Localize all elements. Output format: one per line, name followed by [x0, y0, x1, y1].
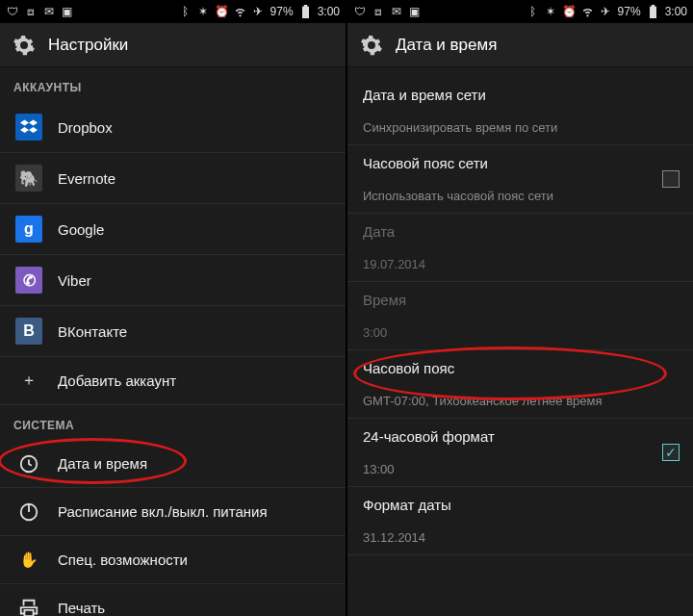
account-vk[interactable]: B ВКонтакте: [0, 306, 346, 357]
battery-icon: [647, 6, 659, 18]
item-24h[interactable]: 24-часовой формат 13:00: [347, 419, 693, 487]
battery-percent: 97%: [618, 5, 641, 18]
item-primary: Формат даты: [363, 497, 451, 513]
account-viber[interactable]: ✆ Viber: [0, 255, 346, 306]
page-title: Дата и время: [396, 36, 497, 55]
status-bar: 🛡 ⧈ ✉ ▣ ᛒ ✶ ⏰ ✈ 97% 3:00: [347, 0, 693, 23]
account-label: Dropbox: [58, 119, 113, 136]
wifi-icon: [234, 6, 246, 18]
shield-icon: 🛡: [6, 6, 18, 18]
page-title: Настройки: [48, 36, 128, 55]
camera-icon: ▣: [408, 6, 421, 18]
item-date: Дата 19.07.2014: [347, 214, 693, 282]
item-secondary: Использовать часовой пояс сети: [363, 189, 553, 203]
checkbox-auto-tz[interactable]: [662, 170, 680, 188]
dropbox-icon: [15, 114, 42, 141]
settings-list[interactable]: АККАУНТЫ Dropbox 🐘 Evernote g Google ✆ V…: [0, 67, 346, 616]
airplane-icon: ✈: [252, 6, 265, 18]
account-label: Evernote: [58, 170, 116, 187]
camera-icon: ▣: [61, 6, 73, 18]
add-account-label: Добавить аккаунт: [58, 372, 176, 389]
alarm-icon: ⏰: [563, 6, 576, 18]
wifi-icon: [581, 6, 594, 18]
item-primary: Часовой пояс: [363, 360, 454, 376]
battery-icon: [299, 6, 312, 18]
schedule-label: Расписание вкл./выкл. питания: [58, 503, 268, 520]
item-secondary: 31.12.2014: [363, 530, 425, 545]
gear-icon: [359, 33, 384, 58]
printer-icon: [15, 598, 42, 617]
section-accounts: АККАУНТЫ: [0, 67, 346, 102]
account-evernote[interactable]: 🐘 Evernote: [0, 153, 346, 204]
gear-icon: [12, 33, 37, 58]
system-schedule[interactable]: Расписание вкл./выкл. питания: [0, 488, 346, 536]
dropbox-icon: ⧈: [372, 6, 384, 18]
account-label: Google: [58, 221, 104, 238]
vibrate-icon: ✶: [197, 6, 210, 18]
system-accessibility[interactable]: ✋ Спец. возможности: [0, 536, 346, 584]
evernote-icon: 🐘: [15, 165, 42, 192]
power-icon: [15, 501, 42, 523]
accessibility-label: Спец. возможности: [58, 552, 188, 568]
item-auto-date[interactable]: Дата и время сети Синхронизировать время…: [347, 77, 693, 145]
airplane-icon: ✈: [600, 6, 612, 18]
item-secondary: 13:00: [363, 462, 395, 476]
left-screen: 🛡 ⧈ ✉ ▣ ᛒ ✶ ⏰ ✈ 97% 3:00: [0, 0, 346, 616]
account-label: Viber: [58, 272, 91, 289]
item-time: Время 3:00: [347, 282, 693, 350]
item-secondary: 19.07.2014: [363, 257, 425, 271]
clock: 3:00: [318, 5, 340, 18]
add-account[interactable]: ＋ Добавить аккаунт: [0, 357, 346, 405]
dropbox-icon: ⧈: [24, 6, 37, 18]
item-secondary: 3:00: [363, 325, 387, 340]
item-primary: 24-часовой формат: [363, 428, 495, 445]
alarm-icon: ⏰: [216, 6, 228, 18]
item-date-format[interactable]: Формат даты 31.12.2014: [347, 487, 693, 555]
right-screen: 🛡 ⧈ ✉ ▣ ᛒ ✶ ⏰ ✈ 97% 3:00: [347, 0, 693, 616]
item-timezone[interactable]: Часовой пояс GMT-07:00, Тихоокеанское ле…: [347, 350, 693, 419]
checkbox-24h[interactable]: [662, 444, 680, 461]
datetime-label: Дата и время: [58, 455, 147, 472]
plus-icon: ＋: [15, 371, 42, 391]
item-secondary: GMT-07:00, Тихоокеанское летнее время: [363, 394, 603, 408]
vk-icon: B: [15, 318, 42, 345]
item-primary: Часовой пояс сети: [363, 155, 488, 171]
title-bar: Настройки: [0, 23, 346, 67]
hand-icon: ✋: [15, 551, 42, 569]
print-label: Печать: [58, 600, 105, 616]
shield-icon: 🛡: [353, 6, 366, 18]
system-print[interactable]: Печать: [0, 584, 346, 616]
mail-icon: ✉: [390, 6, 402, 18]
bluetooth-icon: ᛒ: [526, 6, 539, 18]
clock-icon: [15, 453, 42, 475]
system-datetime[interactable]: Дата и время: [0, 440, 346, 488]
bluetooth-icon: ᛒ: [179, 6, 192, 18]
battery-percent: 97%: [270, 5, 294, 18]
google-icon: g: [15, 216, 42, 243]
account-label: ВКонтакте: [58, 323, 127, 340]
item-primary: Время: [363, 292, 406, 308]
datetime-list[interactable]: Дата и время сети Синхронизировать время…: [347, 67, 693, 616]
vibrate-icon: ✶: [545, 6, 557, 18]
account-dropbox[interactable]: Dropbox: [0, 102, 346, 153]
viber-icon: ✆: [15, 267, 42, 294]
item-secondary: Синхронизировать время по сети: [363, 120, 557, 135]
section-system: СИСТЕМА: [0, 405, 346, 440]
clock: 3:00: [665, 5, 687, 18]
mail-icon: ✉: [42, 6, 55, 18]
item-primary: Дата и время сети: [363, 87, 486, 103]
item-primary: Дата: [363, 223, 395, 240]
account-google[interactable]: g Google: [0, 204, 346, 255]
item-auto-tz[interactable]: Часовой пояс сети Использовать часовой п…: [347, 145, 693, 214]
title-bar: Дата и время: [347, 23, 693, 67]
status-bar: 🛡 ⧈ ✉ ▣ ᛒ ✶ ⏰ ✈ 97% 3:00: [0, 0, 346, 23]
